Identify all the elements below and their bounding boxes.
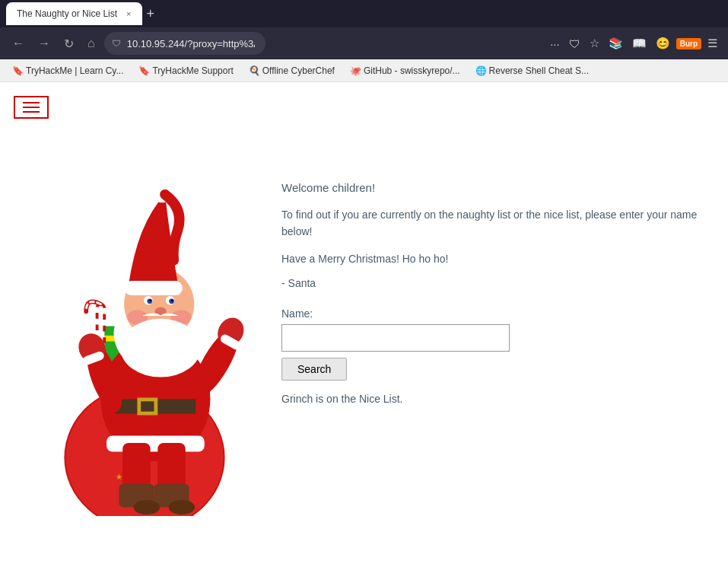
- refresh-button[interactable]: ↻: [59, 33, 78, 54]
- menu-line-2: [23, 107, 40, 108]
- bookmark-github[interactable]: 🐙GitHub - swisskyrepo/...: [344, 64, 466, 78]
- svg-point-53: [120, 319, 201, 377]
- new-tab-button[interactable]: +: [147, 6, 155, 22]
- more-button[interactable]: ···: [547, 34, 563, 53]
- bookmark-icon: 🔖: [138, 65, 150, 76]
- bookmark-tryhackme-support[interactable]: 🔖TryHackMe Support: [132, 64, 239, 78]
- bookmark-icon: 🌐: [475, 65, 487, 76]
- home-button[interactable]: ⌂: [83, 33, 100, 53]
- page-content: ★ ★ ★ ★ ★: [0, 82, 728, 567]
- bookmark-icon: 🔖: [12, 65, 24, 76]
- merry-christmas-text: Have a Merry Christmas! Ho ho ho!: [281, 253, 698, 265]
- address-bar[interactable]: [104, 32, 265, 55]
- bookmark-label: Reverse Shell Cheat S...: [489, 65, 589, 76]
- tab-bar: The Naughty or Nice List × +: [6, 2, 722, 25]
- menu-line-3: [23, 111, 40, 113]
- active-tab[interactable]: The Naughty or Nice List ×: [6, 2, 142, 25]
- name-input[interactable]: [281, 324, 510, 352]
- bookmark-tryhackme[interactable]: 🔖TryHackMe | Learn Cy...: [6, 64, 129, 78]
- burp-badge: Burp: [676, 38, 701, 49]
- santa-illustration: ★ ★ ★ ★ ★: [38, 151, 251, 516]
- santa-signature: - Santa: [281, 277, 698, 289]
- santa-image-area: ★ ★ ★ ★ ★: [30, 151, 259, 516]
- svg-point-39: [134, 500, 161, 514]
- reader-icon[interactable]: 📖: [629, 33, 650, 53]
- nav-right-icons: ··· 🛡 ☆ 📚 📖 😊 Burp ☰: [547, 33, 720, 53]
- svg-point-50: [171, 299, 173, 301]
- main-area: ★ ★ ★ ★ ★: [0, 82, 728, 539]
- menu-icon[interactable]: ☰: [704, 33, 720, 53]
- bookmark-label: TryHackMe | Learn Cy...: [26, 65, 123, 76]
- address-wrap: 🛡: [104, 32, 542, 55]
- bookmark-icon: 🍳: [249, 65, 260, 76]
- back-button[interactable]: ←: [8, 33, 29, 53]
- bookmark-label: GitHub - swisskyrepo/...: [364, 65, 460, 76]
- svg-rect-25: [106, 435, 205, 451]
- library-icon[interactable]: 📚: [606, 33, 626, 53]
- menu-line-1: [23, 102, 40, 104]
- browser-titlebar: The Naughty or Nice List × +: [0, 0, 728, 27]
- search-button[interactable]: Search: [281, 358, 347, 381]
- bookmark-reverse-shell[interactable]: 🌐Reverse Shell Cheat S...: [469, 64, 595, 78]
- text-content-area: Welcome children! To find out if you are…: [281, 151, 698, 405]
- bookmarks-bar: 🔖TryHackMe | Learn Cy...🔖TryHackMe Suppo…: [0, 59, 728, 82]
- svg-rect-28: [141, 401, 154, 411]
- bookmark-icon: 🐙: [350, 65, 361, 76]
- result-text: Grinch is on the Nice List.: [281, 393, 698, 405]
- profile-icon[interactable]: 😊: [653, 33, 673, 53]
- bookmark-label: Offline CyberChef: [262, 65, 335, 76]
- svg-rect-54: [124, 281, 183, 295]
- description-text: To find out if you are currently on the …: [281, 206, 698, 240]
- tab-title: The Naughty or Nice List: [17, 8, 117, 19]
- svg-point-40: [169, 500, 196, 514]
- forward-button[interactable]: →: [33, 33, 55, 53]
- nav-bar: ← → ↻ ⌂ 🛡 ··· 🛡 ☆ 📚 📖 😊 Burp ☰: [0, 27, 728, 59]
- bookmark-label: TryHackMe Support: [152, 65, 233, 76]
- svg-point-49: [149, 299, 151, 301]
- shield-verify-icon[interactable]: 🛡: [566, 34, 583, 53]
- star-icon[interactable]: ☆: [587, 33, 602, 53]
- welcome-text: Welcome children!: [281, 181, 698, 194]
- tab-close-button[interactable]: ×: [126, 9, 131, 18]
- shield-icon: 🛡: [112, 38, 121, 49]
- hamburger-menu-button[interactable]: [14, 96, 49, 119]
- name-label: Name:: [281, 307, 698, 320]
- bookmark-cyberchef[interactable]: 🍳Offline CyberChef: [243, 64, 341, 78]
- svg-text:★: ★: [116, 473, 122, 481]
